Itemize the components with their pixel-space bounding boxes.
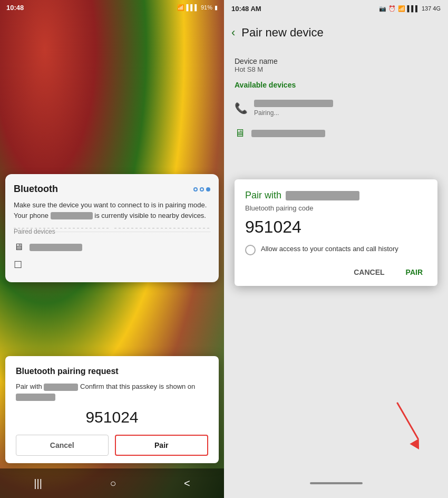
redacted-phone-name	[51, 212, 93, 219]
arrow-container	[392, 400, 427, 450]
pairing-code-right: 951024	[245, 217, 427, 237]
right-nav-bar	[224, 468, 448, 498]
dialog-buttons: Cancel Pair	[16, 435, 208, 456]
home-icon[interactable]: ○	[110, 477, 116, 490]
pairing-code: 951024	[16, 408, 208, 426]
right-phone: 10:48 AM 📷 ⏰ 📶 ▌▌▌ 137 4G ‹ Pair new dev…	[224, 0, 448, 498]
dot3	[206, 187, 210, 191]
monitor-icon-right: 🖥	[235, 127, 245, 139]
pair-with-title: Pair with	[245, 190, 427, 201]
left-nav-bar: ||| ○ <	[0, 468, 224, 498]
left-time: 10:48	[6, 4, 24, 12]
right-time: 10:48 AM	[231, 5, 261, 13]
cancel-button[interactable]: Cancel	[16, 435, 109, 456]
device-list-item-1[interactable]: 📞 Pairing...	[235, 94, 437, 122]
device-list-item-2[interactable]: 🖥	[235, 122, 437, 145]
signal-icon: ▌▌▌	[187, 4, 199, 11]
dialog-text: Pair with Confirm that this passkey is s…	[16, 381, 208, 402]
bt-text-after: is currently visible to nearby devices.	[94, 212, 206, 219]
arrow-head	[410, 439, 423, 453]
camera-icon: 📷	[379, 5, 386, 12]
redacted-device-name-2	[251, 130, 325, 137]
dialog-title: Bluetooth pairing request	[16, 367, 208, 376]
right-status-icons: 📷 ⏰ 📶 ▌▌▌ 137 4G	[379, 5, 441, 12]
left-phone: 10:48 📶 ▌▌▌ 91% ▮ Bluetooth Make sure th…	[0, 0, 224, 498]
wifi-icon: 📶	[177, 4, 184, 11]
redacted-device2	[16, 394, 55, 401]
pair-button[interactable]: Pair	[115, 435, 209, 456]
cancel-button-right[interactable]: CANCEL	[349, 266, 388, 279]
paired-device-row-2[interactable]: ☐	[14, 256, 210, 274]
device-status-1: Pairing...	[254, 109, 437, 117]
right-wifi-icon: 📶	[398, 5, 405, 12]
red-arrow-indicator	[417, 396, 428, 447]
phone-icon: 📞	[235, 102, 248, 114]
pair-with-text: Pair with	[16, 382, 42, 390]
right-signal-icon: ▌▌▌	[407, 5, 420, 12]
page-title: Pair new device	[241, 26, 323, 40]
paired-devices-label: Paired devices	[14, 228, 210, 232]
right-status-bar: 10:48 AM 📷 ⏰ 📶 ▌▌▌ 137 4G	[224, 0, 448, 17]
checkbox-label: Allow access to your contacts and call h…	[261, 244, 398, 254]
recent-apps-icon[interactable]: |||	[34, 477, 42, 490]
bt-header: Bluetooth	[14, 184, 210, 195]
device-name-value: Hot S8 M	[235, 65, 437, 73]
arrow-line	[396, 402, 419, 439]
pair-button-right[interactable]: PAIR	[402, 266, 427, 279]
bluetooth-settings-icon[interactable]	[193, 187, 210, 191]
device-info-2	[251, 130, 437, 137]
bt-description: Make sure the device you want to connect…	[14, 200, 210, 221]
pair-dialog-buttons: CANCEL PAIR	[245, 264, 427, 279]
back-icon[interactable]: <	[184, 477, 190, 490]
access-checkbox[interactable]	[245, 245, 256, 255]
home-indicator	[310, 482, 363, 484]
dot2	[200, 187, 204, 191]
alarm-icon: ⏰	[388, 5, 396, 12]
back-button[interactable]: ‹	[231, 26, 235, 40]
bluetooth-notification: Bluetooth Make sure the device you want …	[5, 174, 219, 282]
pair-with-label: Pair with	[245, 190, 281, 201]
bluetooth-pairing-dialog: Bluetooth pairing request Pair with Conf…	[5, 356, 219, 463]
pair-with-dialog: Pair with Bluetooth pairing code 951024 …	[235, 179, 437, 286]
checkbox-row: Allow access to your contacts and call h…	[245, 244, 427, 255]
left-status-bar: 10:48 📶 ▌▌▌ 91% ▮	[0, 0, 224, 15]
left-status-icons: 📶 ▌▌▌ 91% ▮	[177, 4, 218, 11]
battery-indicator: 137 4G	[422, 5, 441, 12]
right-header: ‹ Pair new device	[224, 17, 448, 49]
monitor-icon: 🖥	[14, 242, 23, 253]
redacted-device-name	[30, 244, 82, 251]
right-content: Device name Hot S8 M Available devices 📞…	[224, 49, 448, 153]
battery-percent: 91%	[201, 4, 212, 11]
pair-with-subtitle: Bluetooth pairing code	[245, 204, 427, 212]
paired-device-row[interactable]: 🖥	[14, 238, 210, 256]
redacted-device-name-1	[254, 100, 333, 107]
redacted-pair-device	[286, 191, 359, 200]
redacted-device1	[44, 384, 78, 391]
dot1	[193, 187, 198, 191]
dotted-line	[114, 228, 211, 228]
available-devices-label: Available devices	[235, 81, 437, 89]
bt-title: Bluetooth	[14, 184, 58, 195]
confirm-text: Confirm that this passkey is shown on	[80, 382, 195, 390]
device-info-1: Pairing...	[254, 100, 437, 117]
battery-icon: ▮	[215, 4, 218, 11]
checkbox-icon: ☐	[14, 259, 22, 271]
device-name-label: Device name	[235, 57, 437, 65]
